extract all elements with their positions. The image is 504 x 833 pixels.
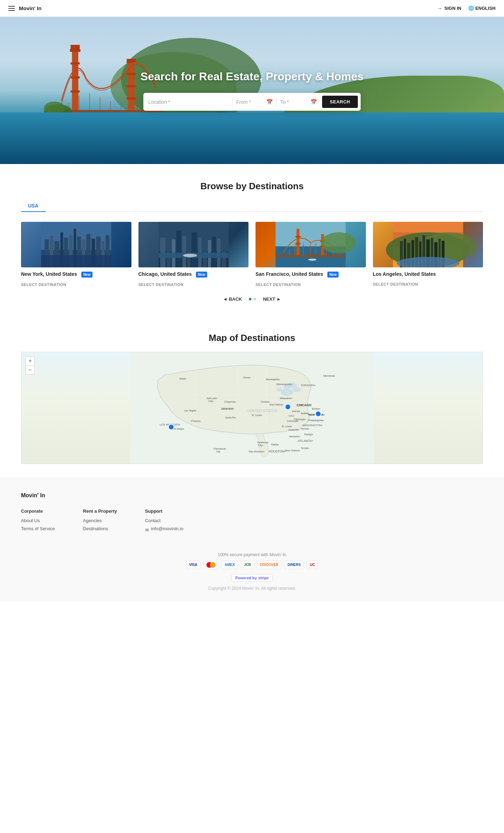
zoom-out-button[interactable]: −	[26, 366, 35, 375]
from-date-input[interactable]	[236, 99, 264, 105]
svg-text:Boston•: Boston•	[312, 408, 321, 410]
footer-col-heading-2: Support	[145, 508, 184, 514]
sign-in-icon: →	[437, 6, 442, 11]
svg-rect-47	[166, 234, 171, 267]
svg-point-101	[292, 387, 301, 392]
map-container: Minneapolis• Pierre• Cheyenne• Salt Lake…	[21, 352, 483, 464]
svg-point-60	[183, 254, 197, 257]
to-date-input[interactable]	[280, 99, 308, 105]
zoom-in-button[interactable]: +	[26, 356, 35, 366]
pagination: ◄ BACK NEXT ►	[21, 296, 483, 302]
svg-text:Cincinnati•: Cincinnati•	[287, 420, 298, 422]
svg-text:WASHINGTON•: WASHINGTON•	[302, 423, 322, 426]
amex-icon: AMEX	[222, 561, 238, 569]
footer-link-agencies[interactable]: Agencies	[83, 518, 117, 523]
svg-text:UNITED STATES: UNITED STATES	[247, 409, 277, 413]
svg-text:City•: City•	[258, 444, 263, 447]
sign-in-button[interactable]: → SIGN IN	[437, 6, 461, 11]
pagination-dots	[249, 298, 256, 300]
svg-text:Raleigh•: Raleigh•	[304, 433, 314, 436]
hero-title: Search for Real Estate, Property & Homes	[141, 70, 364, 83]
dot-1	[249, 298, 251, 300]
svg-text:DENVER•: DENVER•	[222, 407, 234, 410]
svg-text:Salt Lake: Salt Lake	[207, 397, 217, 400]
svg-text:City•: City•	[209, 400, 214, 403]
footer-col-rent: Rent a Property Agencies Destinations	[83, 508, 117, 534]
svg-point-157	[315, 411, 321, 417]
discover-icon: DISCOVER	[257, 561, 281, 569]
svg-rect-43	[41, 255, 111, 267]
from-calendar-icon[interactable]: 📅	[266, 99, 273, 105]
svg-point-158	[169, 424, 174, 430]
destination-name-0: New York, United States New	[21, 271, 131, 278]
svg-rect-54	[203, 235, 207, 267]
svg-text:Santa Fe•: Santa Fe•	[225, 416, 236, 419]
visa-icon: VISA	[186, 561, 200, 569]
map-section: Map of Destinations Min	[0, 319, 504, 478]
svg-text:St. Louis•: St. Louis•	[281, 425, 292, 427]
svg-text:Dallas•: Dallas•	[271, 443, 279, 446]
svg-text:Norfolk•: Norfolk•	[301, 427, 309, 430]
footer: Movin' In Corporate About Us Terms of Se…	[0, 478, 504, 601]
svg-point-79	[321, 232, 356, 253]
svg-text:Omaha•: Omaha•	[261, 401, 270, 403]
mastercard-icon	[203, 561, 219, 569]
payment-icons: VISA AMEX JCB DISCOVER DINERS UC	[21, 561, 483, 569]
svg-text:ATLANTA•: ATLANTA•	[298, 439, 313, 443]
next-arrow-icon: ►	[277, 296, 281, 302]
destination-name-2: San Francisco, United States New	[256, 271, 366, 278]
to-calendar-icon[interactable]: 📅	[311, 99, 317, 105]
footer-email-row: ✉ info@movinin.io	[145, 526, 184, 534]
other-payment-icon: UC	[307, 561, 318, 569]
destination-name-3: Los Angeles, United States New	[373, 271, 483, 277]
destination-action-1[interactable]: SELECT DESTINATION	[138, 282, 249, 287]
footer-link-tos[interactable]: Terms of Service	[21, 526, 55, 531]
svg-text:City: City	[216, 450, 220, 453]
browse-title: Browse by Destinations	[21, 181, 483, 192]
destination-action-3[interactable]: SELECT DESTINATION	[373, 282, 483, 286]
destination-action-0[interactable]: SELECT DESTINATION	[21, 282, 131, 287]
footer-brand: Movin' In	[21, 492, 483, 499]
footer-link-contact[interactable]: Contact	[145, 518, 184, 523]
svg-rect-50	[182, 236, 186, 267]
location-input[interactable]	[143, 96, 232, 108]
jcb-icon: JCB	[241, 561, 254, 569]
hamburger-menu[interactable]	[8, 6, 15, 11]
svg-point-102	[277, 388, 282, 391]
destination-image-1	[138, 222, 249, 267]
footer-col-corporate: Corporate About Us Terms of Service	[21, 508, 55, 534]
svg-text:Montreal•: Montreal•	[323, 374, 335, 377]
next-button[interactable]: NEXT ►	[263, 296, 281, 302]
svg-text:CHICAGO: CHICAGO	[297, 403, 311, 407]
hero-content: Search for Real Estate, Property & Homes…	[0, 17, 504, 164]
svg-text:Phoenix•: Phoenix•	[191, 420, 201, 422]
language-button[interactable]: 🌐 ENGLISH	[468, 6, 496, 11]
svg-point-156	[285, 404, 291, 410]
svg-text:Philadelphia•: Philadelphia•	[308, 419, 324, 422]
svg-text:Boise•: Boise•	[179, 377, 186, 380]
search-bar: 📅 📅 SEARCH	[143, 93, 361, 111]
footer-link-about[interactable]: About Us	[21, 518, 55, 523]
map-svg: Minneapolis• Pierre• Cheyenne• Salt Lake…	[21, 352, 483, 464]
footer-email[interactable]: info@movinin.io	[151, 526, 184, 531]
header-right: → SIGN IN 🌐 ENGLISH	[437, 6, 496, 11]
hero-section: Search for Real Estate, Property & Homes…	[0, 17, 504, 164]
header: Movin' In → SIGN IN 🌐 ENGLISH	[0, 0, 504, 17]
search-button[interactable]: SEARCH	[322, 96, 358, 108]
destination-image-0	[21, 222, 131, 267]
stripe-logo: stripe	[258, 576, 269, 580]
back-button[interactable]: ◄ BACK	[223, 296, 242, 302]
destination-action-2[interactable]: SELECT DESTINATION	[256, 282, 366, 287]
browse-section: Browse by Destinations USA	[0, 164, 504, 319]
destination-tabs: USA	[21, 200, 483, 212]
svg-rect-58	[222, 234, 226, 267]
header-left: Movin' In	[8, 5, 41, 11]
svg-text:Chihuahua•: Chihuahua•	[213, 448, 226, 450]
tab-usa[interactable]: USA	[21, 200, 46, 212]
map-controls: + −	[26, 356, 35, 375]
badge-new-1: New	[196, 272, 207, 278]
svg-text:St. Louis•: St. Louis•	[252, 414, 262, 416]
destination-card-0: New York, United States New SELECT DESTI…	[21, 222, 131, 287]
footer-link-destinations[interactable]: Destinations	[83, 526, 117, 531]
svg-text:Clev•: Clev•	[288, 415, 294, 417]
